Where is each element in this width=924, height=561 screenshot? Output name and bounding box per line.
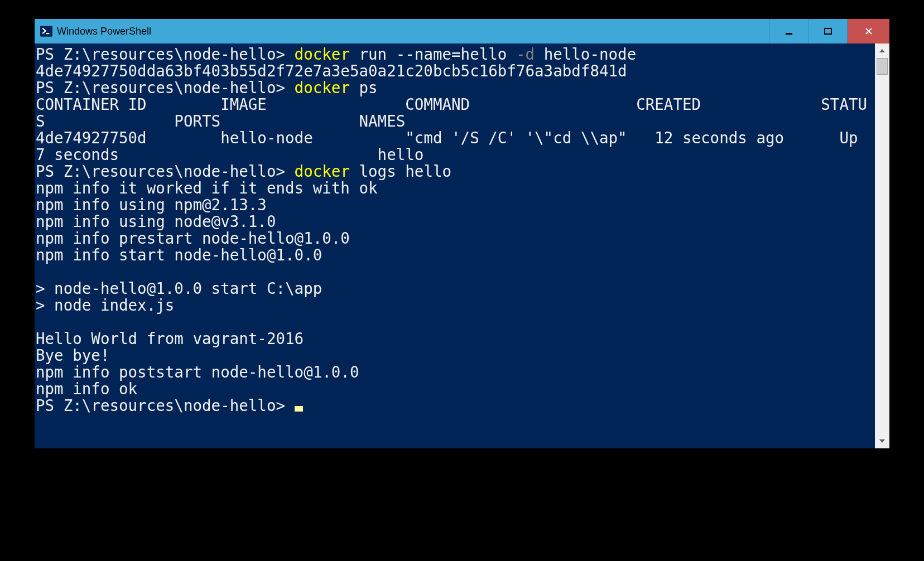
svg-rect-0 bbox=[40, 26, 52, 36]
close-button[interactable] bbox=[847, 19, 889, 43]
powershell-window: Windows PowerShell PS Z:\resources\node-… bbox=[35, 19, 889, 448]
terminal-cursor bbox=[295, 406, 303, 412]
vertical-scrollbar[interactable] bbox=[875, 43, 889, 448]
powershell-icon bbox=[40, 25, 52, 37]
content-area: PS Z:\resources\node-hello> docker run -… bbox=[35, 43, 889, 448]
scroll-down-button[interactable] bbox=[875, 434, 889, 448]
svg-rect-2 bbox=[825, 28, 831, 34]
scrollbar-track[interactable] bbox=[875, 58, 889, 434]
scroll-up-button[interactable] bbox=[875, 43, 889, 58]
titlebar[interactable]: Windows PowerShell bbox=[35, 19, 889, 43]
minimize-button[interactable] bbox=[769, 19, 808, 43]
terminal-output[interactable]: PS Z:\resources\node-hello> docker run -… bbox=[35, 43, 875, 448]
window-title: Windows PowerShell bbox=[57, 26, 769, 37]
maximize-button[interactable] bbox=[808, 19, 847, 43]
svg-rect-1 bbox=[786, 33, 792, 35]
scrollbar-thumb[interactable] bbox=[877, 58, 888, 75]
window-controls bbox=[769, 19, 889, 43]
